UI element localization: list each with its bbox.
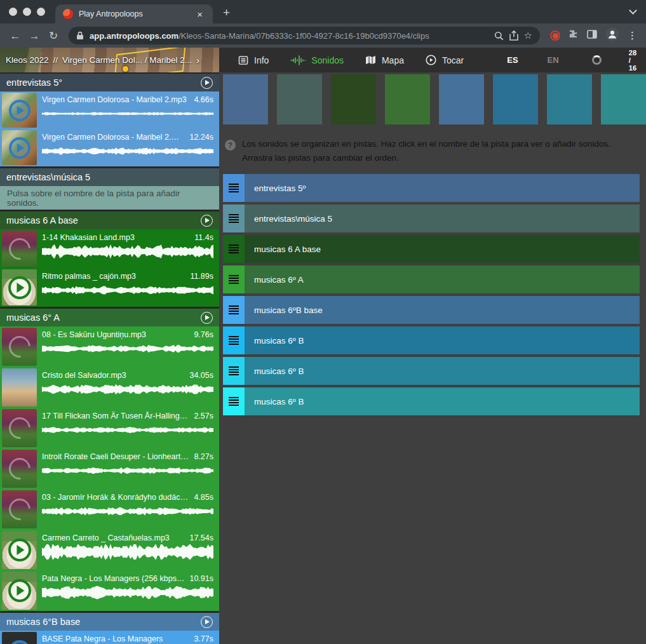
track-color-swatch[interactable] [223, 74, 268, 124]
nav-item-tocar[interactable]: Tocar [426, 55, 464, 65]
clip-row[interactable]: Cristo del Salvador.mp334.05s [0, 367, 219, 408]
nav-item-mapa[interactable]: Mapa [365, 55, 404, 65]
clip-thumbnail[interactable] [2, 231, 37, 267]
track-color-swatch[interactable] [601, 74, 646, 124]
clip-loading-ring-icon[interactable] [4, 332, 35, 362]
clip-thumbnail[interactable] [2, 130, 37, 165]
nav-item-info[interactable]: Info [238, 55, 269, 65]
language-en-button[interactable]: EN [548, 55, 559, 65]
track-drag-handle-icon[interactable] [223, 387, 245, 415]
track-row[interactable]: musicas 6º A [223, 265, 640, 293]
clip-thumbnail[interactable] [2, 450, 37, 488]
clip-play-button[interactable] [8, 579, 31, 602]
track-drag-handle-icon[interactable] [223, 235, 245, 263]
track-drag-handle-icon[interactable] [223, 205, 245, 232]
clip-thumbnail[interactable] [2, 368, 37, 406]
url-text[interactable]: app.antropoloops.com/Kleos-Santa-Marina/… [90, 31, 488, 41]
window-minimize-button[interactable] [23, 8, 31, 16]
clip-loading-ring-icon[interactable] [4, 453, 35, 484]
back-button[interactable]: ← [6, 30, 24, 41]
new-tab-button[interactable]: + [223, 6, 230, 20]
track-name-button[interactable]: entrevistas\música 5 [245, 205, 640, 232]
clip-row[interactable]: Virgen Carmen Dolorosa - Maribel 2.mp312… [0, 129, 219, 166]
clip-row[interactable]: Carmen Carreto _ Castañuelas.mp317.54s [0, 530, 219, 570]
track-row[interactable]: entrevistas\música 5 [223, 205, 640, 232]
track-section-header[interactable]: musicas 6° A [0, 309, 219, 326]
track-name-button[interactable]: entrevistas 5º [245, 174, 640, 202]
clip-row[interactable]: 17 Till Flickan Som Är Tusen År-Halling … [0, 408, 219, 448]
track-section-header[interactable]: entrevistas 5° [0, 74, 219, 91]
breadcrumb-current[interactable]: Virgen Carmen Dol... / Maribel 2... [62, 55, 192, 65]
track-color-swatch[interactable] [493, 74, 538, 124]
bookmark-star-icon[interactable]: ☆ [524, 30, 532, 41]
track-color-swatch[interactable] [277, 74, 322, 124]
clip-thumbnail[interactable] [2, 93, 37, 128]
track-color-swatch[interactable] [385, 74, 430, 124]
browser-profile-avatar[interactable] [605, 27, 619, 44]
window-close-button[interactable] [9, 8, 17, 16]
clip-row[interactable]: Virgen Carmen Dolorosa - Maribel 2.mp34.… [0, 91, 219, 129]
clip-play-button[interactable] [9, 100, 30, 121]
track-row[interactable]: musicas 6ºB base [223, 296, 640, 324]
record-extension-icon[interactable] [550, 30, 560, 41]
clip-play-button[interactable] [9, 640, 30, 644]
track-drag-handle-icon[interactable] [223, 357, 245, 385]
track-drag-handle-icon[interactable] [223, 296, 245, 324]
track-section-header[interactable]: entrevistas\música 5 [0, 168, 219, 186]
clip-row[interactable]: Introit Rorate Caeli Desuper - Lionheart… [0, 448, 219, 489]
section-play-button[interactable] [201, 77, 213, 89]
section-play-button[interactable] [201, 616, 213, 628]
window-maximize-button[interactable] [37, 8, 45, 16]
tab-search-chevron-icon[interactable] [629, 6, 637, 15]
clip-row[interactable]: 08 - Es Sakūru Uguntiņu.mp39.76s [0, 326, 219, 367]
share-icon[interactable] [509, 30, 518, 41]
clip-loading-ring-icon[interactable] [4, 494, 35, 525]
track-row[interactable]: entrevistas 5º [223, 174, 640, 202]
clip-row[interactable]: 03 - Jaromír Horák & Konrádyho dudácká .… [0, 489, 219, 530]
track-section-header[interactable]: musicas 6 A base [0, 211, 219, 229]
track-color-swatch[interactable] [331, 74, 376, 124]
clip-thumbnail[interactable] [2, 409, 37, 447]
track-name-button[interactable]: musicas 6º B [245, 357, 640, 385]
track-row[interactable]: musicas 6º B [223, 326, 640, 354]
track-drag-handle-icon[interactable] [223, 174, 245, 202]
clip-row[interactable]: Ritmo palmas _ cajón.mp311.89s [0, 268, 219, 307]
clip-row[interactable]: Pata Negra - Los Managers (256 kbps).mp3… [0, 570, 219, 611]
forward-button[interactable]: → [25, 30, 43, 41]
breadcrumb-map-banner[interactable]: Kleos 2022 // Virgen Carmen Dol... / Mar… [0, 48, 219, 72]
track-section-header[interactable]: musicas 6°B base [0, 613, 219, 631]
clip-play-button[interactable] [9, 137, 30, 159]
language-es-button[interactable]: ES [507, 55, 518, 65]
clip-thumbnail[interactable] [2, 632, 37, 644]
track-drag-handle-icon[interactable] [223, 326, 245, 354]
clip-thumbnail[interactable] [2, 572, 37, 610]
window-controls[interactable] [0, 8, 55, 23]
clip-row[interactable]: BASE Pata Negra - Los Managers3.77s [0, 631, 219, 644]
track-row[interactable]: musicas 6º B [223, 357, 640, 385]
track-name-button[interactable]: musicas 6 A base [245, 235, 640, 263]
clip-row[interactable]: 1-14 Khakasian Land.mp311.4s [0, 229, 219, 268]
zoom-icon[interactable] [494, 31, 504, 41]
browser-menu-icon[interactable]: ⋮ [628, 30, 637, 41]
track-color-swatch[interactable] [439, 74, 484, 124]
clip-thumbnail[interactable] [2, 531, 37, 569]
track-row[interactable]: musicas 6º B [223, 387, 640, 415]
clip-play-button[interactable] [8, 539, 31, 561]
section-play-button[interactable] [201, 215, 213, 227]
clip-thumbnail[interactable] [2, 490, 37, 528]
tab-close-icon[interactable]: × [194, 8, 205, 20]
nav-item-sonidos[interactable]: Sonidos [290, 55, 344, 65]
track-name-button[interactable]: musicas 6º B [245, 387, 640, 415]
track-drag-handle-icon[interactable] [223, 265, 245, 293]
track-name-button[interactable]: musicas 6ºB base [245, 296, 640, 324]
clip-thumbnail[interactable] [2, 328, 37, 366]
track-name-button[interactable]: musicas 6º B [245, 326, 640, 354]
section-play-button[interactable] [201, 312, 213, 324]
reload-button[interactable]: ↻ [44, 30, 62, 41]
extensions-puzzle-icon[interactable] [569, 29, 579, 42]
track-color-swatch[interactable] [547, 74, 592, 124]
clip-thumbnail[interactable] [2, 269, 37, 305]
address-bar[interactable]: app.antropoloops.com/Kleos-Santa-Marina/… [69, 27, 540, 44]
clip-loading-ring-icon[interactable] [4, 413, 35, 443]
clip-loading-ring-icon[interactable] [4, 234, 35, 264]
